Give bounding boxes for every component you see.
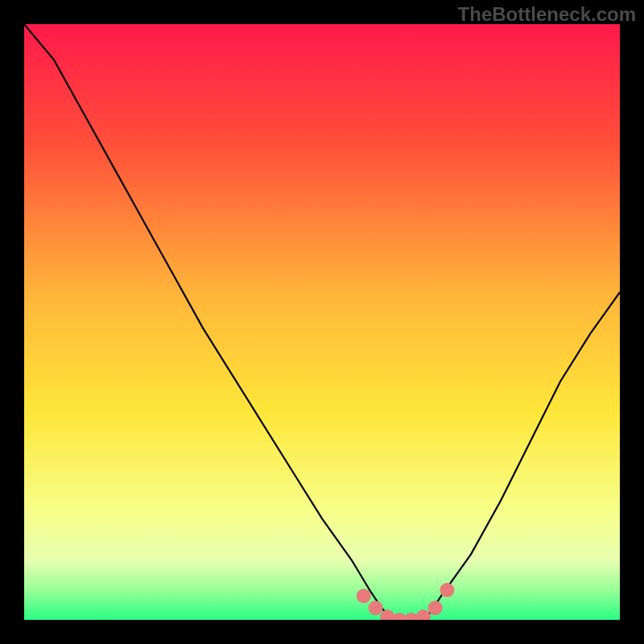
sweet-spot-dot: [369, 601, 383, 615]
sweet-spot-dot: [440, 583, 454, 597]
sweet-spot-dot: [357, 588, 371, 603]
watermark-label: TheBottleneck.com: [458, 3, 636, 26]
sweet-spot-dot: [428, 601, 443, 615]
chart-frame: TheBottleneck.com: [0, 0, 644, 644]
chart-svg: [24, 24, 620, 620]
plot-area: [24, 24, 620, 620]
gradient-background: [24, 24, 620, 620]
